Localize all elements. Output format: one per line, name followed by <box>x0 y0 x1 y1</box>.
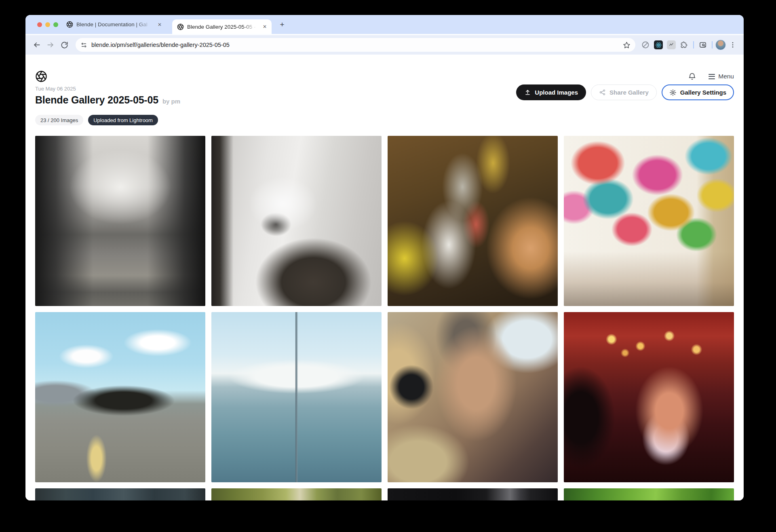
site-settings-icon[interactable] <box>80 42 87 49</box>
url-text[interactable]: blende.io/pm/self/galleries/blende-galle… <box>91 42 619 48</box>
gallery-photo-bw-reading-in-bed[interactable] <box>211 136 382 306</box>
extensions-menu-button[interactable] <box>678 39 690 51</box>
gallery-photo-bar-nightlife[interactable] <box>564 312 734 482</box>
site-header: Menu <box>35 55 734 82</box>
upload-icon <box>524 89 531 96</box>
profile-avatar[interactable] <box>715 40 726 50</box>
gear-icon <box>669 89 677 96</box>
close-tab-icon[interactable]: ✕ <box>261 23 268 30</box>
gallery-photo-teal-building-windows[interactable] <box>35 488 205 500</box>
upload-source-badge: Uploaded from Lightroom <box>88 115 158 125</box>
gallery-actions: Upload Images Share Gallery Gallery Sett… <box>516 84 734 100</box>
puzzle-piece-icon <box>680 41 688 49</box>
blende-aperture-favicon <box>177 23 184 30</box>
toolbar-separator <box>693 41 694 49</box>
upload-images-label: Upload Images <box>535 89 578 96</box>
tab-search-button[interactable] <box>697 39 709 51</box>
gallery-photo-dark-interior[interactable] <box>388 488 558 500</box>
gallery-photo-forest-trees[interactable] <box>211 488 382 500</box>
upload-images-button[interactable]: Upload Images <box>516 84 586 100</box>
blende-logo-aperture-icon[interactable] <box>35 70 47 82</box>
image-count-badge: 23 / 200 Images <box>35 115 83 125</box>
gallery-photo-hanging-umbrellas[interactable] <box>564 136 734 306</box>
gray-extension-icon[interactable] <box>665 39 677 51</box>
close-window-button[interactable] <box>37 22 42 27</box>
chrome-menu-button[interactable] <box>727 39 739 51</box>
stamp-icon <box>667 40 676 49</box>
share-gallery-button[interactable]: Share Gallery <box>591 84 657 100</box>
share-icon <box>599 89 606 96</box>
browser-toolbar: blende.io/pm/self/galleries/blende-galle… <box>25 34 744 55</box>
notification-bell-icon[interactable] <box>688 72 696 81</box>
kebab-menu-icon <box>729 41 736 49</box>
bookmark-star-icon[interactable] <box>623 41 630 49</box>
reload-icon <box>61 41 68 49</box>
address-bar[interactable]: blende.io/pm/self/galleries/blende-galle… <box>76 38 635 52</box>
badge-row: 23 / 200 Images Uploaded from Lightroom <box>35 115 734 125</box>
react-devtools-extension-icon[interactable] <box>652 39 664 51</box>
browser-window: Blende | Documentation | Gal ✕ Blende Ga… <box>25 15 744 500</box>
back-arrow-icon <box>33 41 41 49</box>
window-search-icon <box>699 41 707 49</box>
forward-arrow-icon <box>46 41 55 49</box>
forward-button[interactable] <box>44 38 57 51</box>
menu-label: Menu <box>718 73 734 80</box>
gallery-photo-bw-street-new-york[interactable] <box>35 136 205 306</box>
gallery-byline: by pm <box>162 98 180 105</box>
back-button[interactable] <box>30 38 43 51</box>
tab-strip: Blende | Documentation | Gal ✕ Blende Ga… <box>25 15 744 34</box>
block-circle-icon <box>641 41 649 49</box>
gallery-photo-bright-green-leaves[interactable] <box>564 488 734 500</box>
reload-button[interactable] <box>58 38 71 51</box>
blocker-extension-icon[interactable] <box>639 39 652 51</box>
zoom-window-button[interactable] <box>53 22 58 27</box>
gallery-photo-aerial-city-skyline[interactable] <box>211 312 382 482</box>
menu-button[interactable]: Menu <box>709 73 734 80</box>
tab-gallery-active[interactable]: Blende Gallery 2025-05-05 - ✕ <box>172 19 272 34</box>
photo-grid <box>35 136 734 500</box>
macos-window-controls <box>37 22 58 27</box>
share-gallery-label: Share Gallery <box>609 89 649 96</box>
toolbar-separator <box>712 41 713 49</box>
page-title: Blende Gallery 2025-05-05 <box>35 94 158 106</box>
gallery-photo-making-drinks-sink[interactable] <box>388 136 558 306</box>
tab-title: Blende Gallery 2025-05-05 - <box>187 24 258 30</box>
tab-title: Blende | Documentation | Gal <box>76 21 153 27</box>
close-tab-icon[interactable]: ✕ <box>156 21 163 28</box>
tab-documentation[interactable]: Blende | Documentation | Gal ✕ <box>64 21 166 28</box>
gallery-settings-button[interactable]: Gallery Settings <box>662 84 734 100</box>
gallery-photo-couple-portrait[interactable] <box>388 312 558 482</box>
blende-aperture-favicon <box>66 21 73 28</box>
gallery-settings-label: Gallery Settings <box>680 89 726 96</box>
new-tab-button[interactable]: + <box>276 19 288 30</box>
react-atom-icon <box>654 40 663 49</box>
gallery-photo-helicopter-helipad[interactable] <box>35 312 205 482</box>
gallery-page: Menu Tue May 06 2025 Blende Gallery 2025… <box>25 55 744 500</box>
hamburger-icon <box>709 74 715 79</box>
minimize-window-button[interactable] <box>45 22 50 27</box>
